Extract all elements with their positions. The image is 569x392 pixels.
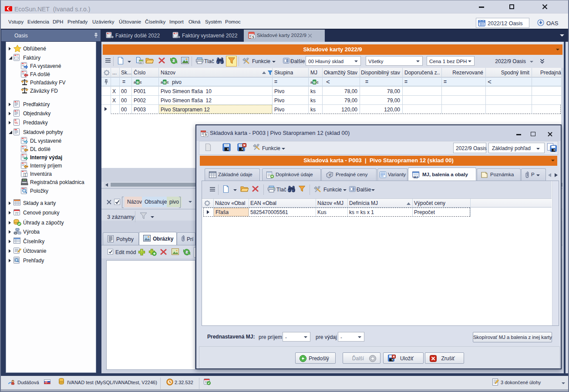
- svg-text:B: B: [313, 80, 316, 84]
- svg-text:a: a: [134, 80, 136, 84]
- svg-text:S: S: [252, 35, 254, 39]
- svg-text:77: 77: [15, 212, 19, 215]
- svg-text:c: c: [316, 80, 319, 84]
- svg-text:%: %: [14, 121, 18, 125]
- svg-text:B: B: [163, 80, 166, 84]
- svg-text:a: a: [161, 80, 163, 84]
- svg-text:€: €: [329, 174, 331, 177]
- svg-text:B: B: [136, 80, 139, 84]
- svg-text:MJ: MJ: [414, 175, 418, 179]
- svg-text:c: c: [140, 80, 142, 84]
- svg-text:c: c: [167, 80, 169, 84]
- svg-text:Σ: Σ: [24, 173, 26, 177]
- svg-text:a: a: [310, 80, 313, 84]
- svg-text:S: S: [205, 133, 207, 137]
